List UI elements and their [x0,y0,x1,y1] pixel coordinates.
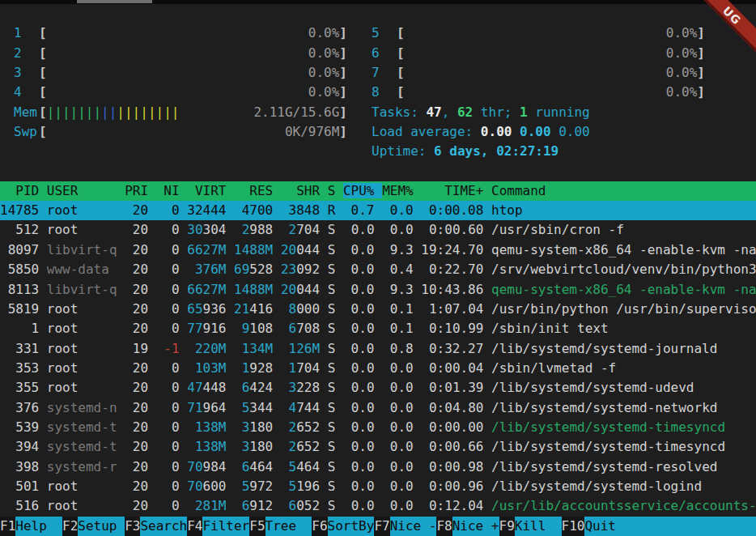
cpu-meter-bar: 0.0% [47,63,340,83]
sep [180,419,188,435]
user-cell: www-data [47,262,117,277]
process-row[interactable]: 8113 libvirt-q 20 0 6627M 1488M 20044 S … [0,280,756,300]
process-row[interactable]: 8097 libvirt-q 20 0 6627M 1488M 20044 S … [0,240,756,260]
fn-label-setup[interactable]: Setup [78,517,125,536]
fn-label-nice[interactable]: Nice + [452,517,499,536]
process-row[interactable]: 331 root 19 -1 220M 134M 126M S 0.0 0.8 … [0,339,756,359]
pri-cell: 20 [125,242,148,257]
memory-meter-pipes: ||||||||||||||||| [47,103,180,122]
column-header-s[interactable]: S [328,183,336,198]
column-header-res[interactable]: RES [234,183,273,198]
tab-handle[interactable] [77,0,152,3]
process-row[interactable]: 516 root 20 0 281M 6912 6052 S 0.0 0.0 0… [0,496,756,516]
fn-key-f9[interactable]: F9 [499,517,515,536]
process-row[interactable]: 376 systemd-n 20 0 71964 5344 4744 S 0.0… [0,398,756,418]
ni-cell: 0 [156,380,180,395]
column-header-time[interactable]: TIME+ [421,183,483,198]
fn-label-filter[interactable]: Filter [202,517,249,536]
fn-key-f7[interactable]: F7 [374,517,389,536]
process-row[interactable]: 512 root 20 0 30304 2988 2704 S 0.0 0.0 … [0,220,756,240]
fn-key-f4[interactable]: F4 [187,517,202,536]
process-row[interactable]: 355 root 20 0 47448 6424 3228 S 0.0 0.0 … [0,378,756,398]
fn-label-help[interactable]: Help [15,517,62,536]
mem-value-low: 744 [296,400,320,415]
meter-close-bracket: ] [339,63,347,83]
mem-value-high: 71 [187,400,202,415]
fn-label-sortby[interactable]: SortBy [328,517,375,536]
time-cell: 10:43.86 [421,282,483,297]
process-row[interactable]: 14785 root 20 0 32444 4700 3848 R 0.7 0.… [0,201,756,220]
sep [320,498,328,513]
sep [320,282,328,297]
fn-label-nice[interactable]: Nice - [390,517,437,536]
command-cell: /lib/systemd/systemd-timesyncd [491,439,725,454]
user-cell: root [47,498,117,513]
fn-key-f5[interactable]: F5 [249,517,265,536]
sep [39,242,47,257]
fn-key-f6[interactable]: F6 [312,517,327,536]
state-cell: S [328,419,336,435]
column-header-virt[interactable]: VIRT [187,183,226,198]
command-cell: htop [491,202,523,218]
mem-value: 3848 [289,202,321,218]
process-row[interactable]: 5819 root 20 0 65936 21416 8000 S 0.0 0.… [0,300,756,319]
mem-value-high: 3 [289,380,297,395]
process-row[interactable]: 1 root 20 0 77916 9108 6708 S 0.0 0.1 0:… [0,319,756,338]
fn-label-tree[interactable]: Tree [265,517,312,536]
pad [234,400,242,415]
sep [226,380,234,395]
process-row[interactable]: 539 systemd-t 20 0 138M 3180 2652 S 0.0 … [0,418,756,437]
sep [39,282,47,297]
process-row[interactable]: 394 systemd-t 20 0 138M 3180 2652 S 0.0 … [0,437,756,457]
mem-value-low: 988 [249,222,273,237]
user-cell: root [47,341,117,356]
column-header-ni[interactable]: NI [156,183,180,198]
column-header-shr[interactable]: SHR [281,183,320,198]
fn-key-f3[interactable]: F3 [125,517,140,536]
column-header-user[interactable]: USER [47,183,117,198]
mem-value-low: 424 [249,380,273,395]
green-mem-pipes: ||||||| [47,104,101,120]
state-cell: S [328,282,336,297]
sep [273,301,281,317]
fn-key-f1[interactable]: F1 [0,517,15,536]
mem-value: 126M [289,341,321,356]
uptime-line: Uptime: 6 days, 02:27:19 [372,142,705,161]
text-run: 0.00 [520,124,559,139]
sep [320,202,328,218]
column-header-command[interactable]: Command [491,183,546,198]
user-cell: systemd-n [47,400,117,415]
sep [414,262,422,277]
process-row[interactable]: 501 root 20 0 70600 5972 5196 S 0.0 0.0 … [0,477,756,496]
fn-key-f8[interactable]: F8 [436,517,452,536]
text-run: Tasks: [372,104,426,120]
blue-mem-pipes: || [101,104,117,120]
sep [117,321,125,336]
fn-key-f2[interactable]: F2 [62,517,78,536]
fn-label-quit[interactable]: Quit [584,517,756,536]
process-row[interactable]: 5850 www-data 20 0 376M 69528 23092 S 0.… [0,260,756,279]
sep [375,459,383,474]
column-header-mem[interactable]: MEM% [382,183,414,198]
fn-label-kill[interactable]: Kill [515,517,562,536]
pad [281,459,289,474]
fn-key-f10[interactable]: F10 [562,517,585,536]
pri-cell: 20 [125,301,148,317]
sep [273,498,281,513]
column-header-cpu[interactable]: CPU% [343,183,375,198]
sep [273,380,281,395]
sep [375,202,383,218]
process-row[interactable]: 353 root 20 0 103M 1928 1704 S 0.0 0.0 0… [0,359,756,378]
sep [39,419,47,435]
sep [335,498,343,513]
process-row[interactable]: 398 systemd-r 20 0 70984 6464 5464 S 0.0… [0,457,756,477]
cpu-meters-right: 5[0.0%]6[0.0%]7[0.0%]8[0.0%] [372,23,705,102]
sep [414,400,422,415]
sep [273,400,281,415]
column-header-pid[interactable]: PID [0,183,39,198]
pid-cell: 5819 [0,301,39,317]
mem-value-high: 2 [289,439,297,454]
fn-label-search[interactable]: Search [140,517,187,536]
command-cell: /lib/systemd/systemd-resolved [491,459,717,474]
column-header-pri[interactable]: PRI [125,183,148,198]
